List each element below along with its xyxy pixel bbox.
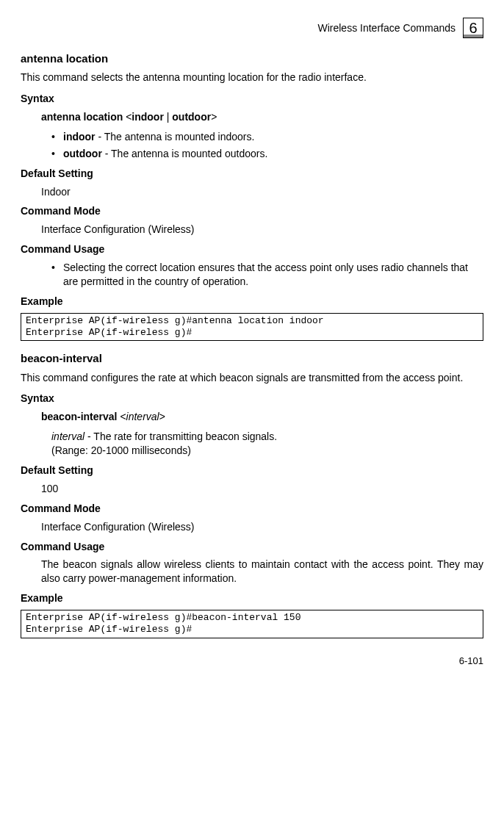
- chapter-number: 6: [469, 18, 477, 38]
- default-setting-label: Default Setting: [21, 464, 483, 478]
- command-mode-value: Interface Configuration (Wireless): [41, 520, 483, 534]
- page-footer: 6-101: [21, 655, 483, 668]
- command-mode-value: Interface Configuration (Wireless): [41, 223, 483, 237]
- usage-item: Selecting the correct location ensures t…: [51, 261, 483, 289]
- syntax-prefix: beacon-interval: [41, 411, 120, 422]
- default-setting-label: Default Setting: [21, 167, 483, 181]
- page-header: Wireless Interface Commands 6: [21, 18, 483, 38]
- syntax-gt: >: [159, 411, 165, 422]
- usage-text: The beacon signals allow wireless client…: [41, 558, 483, 586]
- syntax-sep: |: [164, 111, 172, 123]
- syntax-label: Syntax: [21, 92, 483, 106]
- example-code-box: Enterprise AP(if-wireless g)#beacon-inte…: [21, 610, 483, 638]
- arg-name-interval: interval: [51, 430, 84, 442]
- param-list: indoor - The antenna is mounted indoors.…: [51, 130, 483, 161]
- command-description: This command selects the antenna mountin…: [21, 71, 483, 84]
- syntax-lt: <: [120, 411, 126, 422]
- syntax-option-outdoor: outdoor: [172, 111, 211, 123]
- usage-list: Selecting the correct location ensures t…: [51, 261, 483, 289]
- param-name-indoor: indoor: [63, 131, 96, 143]
- header-title: Wireless Interface Commands: [317, 21, 456, 35]
- param-indoor: indoor - The antenna is mounted indoors.: [51, 130, 483, 144]
- syntax-prefix: antenna location: [41, 111, 126, 123]
- param-desc-outdoor: - The antenna is mounted outdoors.: [102, 148, 267, 159]
- arg-range: (Range: 20-1000 milliseconds): [51, 444, 191, 456]
- syntax-label: Syntax: [21, 392, 483, 406]
- command-description: This command configures the rate at whic…: [21, 371, 483, 385]
- command-mode-label: Command Mode: [21, 502, 483, 516]
- example-code-box: Enterprise AP(if-wireless g)#antenna loc…: [21, 313, 483, 342]
- arg-desc-text: - The rate for transmitting beacon signa…: [84, 430, 277, 442]
- syntax-line: beacon-interval <interval>: [41, 410, 483, 424]
- param-desc-indoor: - The antenna is mounted indoors.: [96, 131, 255, 143]
- command-usage-label: Command Usage: [21, 540, 483, 554]
- chapter-badge: 6: [463, 18, 483, 38]
- usage-text: Selecting the correct location ensures t…: [63, 262, 468, 287]
- command-usage-label: Command Usage: [21, 242, 483, 256]
- example-label: Example: [21, 295, 483, 309]
- syntax-arg-interval: interval: [126, 411, 159, 422]
- param-name-outdoor: outdoor: [63, 148, 102, 159]
- syntax-line: antenna location <indoor | outdoor>: [41, 110, 483, 124]
- arg-description: interval - The rate for transmitting bea…: [51, 430, 483, 458]
- example-label: Example: [21, 591, 483, 605]
- param-outdoor: outdoor - The antenna is mounted outdoor…: [51, 147, 483, 161]
- syntax-option-indoor: indoor: [132, 111, 164, 123]
- command-name-beacon-interval: beacon-interval: [21, 351, 483, 366]
- command-name-antenna-location: antenna location: [21, 51, 483, 66]
- command-mode-label: Command Mode: [21, 204, 483, 218]
- syntax-gt: >: [211, 111, 217, 123]
- default-setting-value: 100: [41, 482, 483, 496]
- default-setting-value: Indoor: [41, 185, 483, 199]
